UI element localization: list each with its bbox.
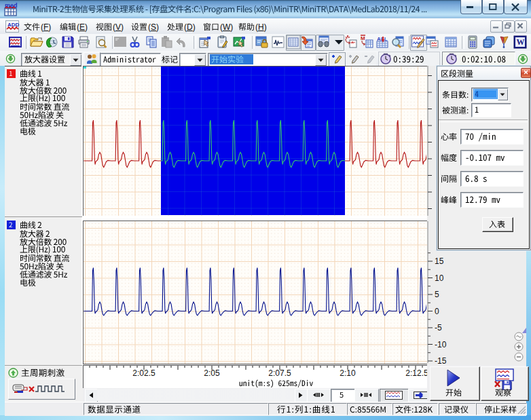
- svg-text:M: M: [361, 35, 365, 41]
- svg-text:W: W: [517, 37, 525, 47]
- svg-text:med: med: [5, 2, 18, 9]
